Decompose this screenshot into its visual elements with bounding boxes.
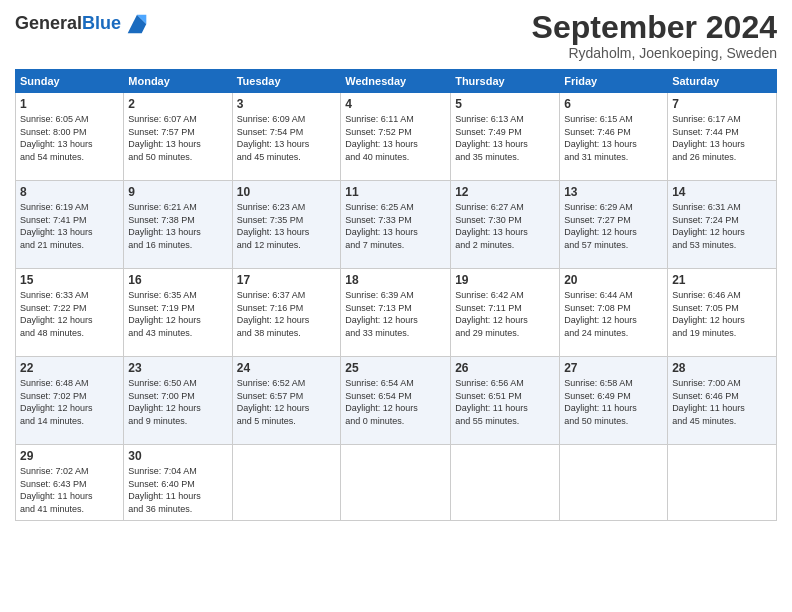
day-number: 18 [345,273,446,287]
col-tuesday: Tuesday [232,70,341,93]
day-number: 16 [128,273,227,287]
calendar-cell: 25Sunrise: 6:54 AMSunset: 6:54 PMDayligh… [341,357,451,445]
calendar-cell: 20Sunrise: 6:44 AMSunset: 7:08 PMDayligh… [560,269,668,357]
calendar-cell: 4Sunrise: 6:11 AMSunset: 7:52 PMDaylight… [341,93,451,181]
month-title: September 2024 [532,10,777,45]
day-info: Sunrise: 6:52 AMSunset: 6:57 PMDaylight:… [237,377,337,427]
day-info: Sunrise: 6:42 AMSunset: 7:11 PMDaylight:… [455,289,555,339]
day-number: 9 [128,185,227,199]
day-number: 27 [564,361,663,375]
day-number: 26 [455,361,555,375]
calendar-cell: 9Sunrise: 6:21 AMSunset: 7:38 PMDaylight… [124,181,232,269]
day-number: 22 [20,361,119,375]
day-info: Sunrise: 6:09 AMSunset: 7:54 PMDaylight:… [237,113,337,163]
calendar-cell: 26Sunrise: 6:56 AMSunset: 6:51 PMDayligh… [451,357,560,445]
day-info: Sunrise: 6:11 AMSunset: 7:52 PMDaylight:… [345,113,446,163]
day-number: 14 [672,185,772,199]
day-number: 8 [20,185,119,199]
col-monday: Monday [124,70,232,93]
day-number: 1 [20,97,119,111]
calendar-cell: 30Sunrise: 7:04 AMSunset: 6:40 PMDayligh… [124,445,232,520]
day-number: 13 [564,185,663,199]
day-number: 24 [237,361,337,375]
logo-blue: Blue [82,13,121,33]
calendar-cell: 28Sunrise: 7:00 AMSunset: 6:46 PMDayligh… [668,357,777,445]
day-info: Sunrise: 6:29 AMSunset: 7:27 PMDaylight:… [564,201,663,251]
day-number: 5 [455,97,555,111]
day-info: Sunrise: 6:39 AMSunset: 7:13 PMDaylight:… [345,289,446,339]
day-info: Sunrise: 6:15 AMSunset: 7:46 PMDaylight:… [564,113,663,163]
calendar-table: Sunday Monday Tuesday Wednesday Thursday… [15,69,777,520]
day-info: Sunrise: 6:07 AMSunset: 7:57 PMDaylight:… [128,113,227,163]
day-info: Sunrise: 6:17 AMSunset: 7:44 PMDaylight:… [672,113,772,163]
calendar-cell: 1Sunrise: 6:05 AMSunset: 8:00 PMDaylight… [16,93,124,181]
day-info: Sunrise: 6:37 AMSunset: 7:16 PMDaylight:… [237,289,337,339]
day-info: Sunrise: 6:33 AMSunset: 7:22 PMDaylight:… [20,289,119,339]
calendar-cell [451,445,560,520]
logo-text: GeneralBlue [15,14,121,34]
day-number: 21 [672,273,772,287]
calendar-cell: 21Sunrise: 6:46 AMSunset: 7:05 PMDayligh… [668,269,777,357]
day-number: 3 [237,97,337,111]
calendar-cell: 3Sunrise: 6:09 AMSunset: 7:54 PMDaylight… [232,93,341,181]
day-number: 25 [345,361,446,375]
calendar-cell: 17Sunrise: 6:37 AMSunset: 7:16 PMDayligh… [232,269,341,357]
day-info: Sunrise: 6:27 AMSunset: 7:30 PMDaylight:… [455,201,555,251]
day-info: Sunrise: 7:00 AMSunset: 6:46 PMDaylight:… [672,377,772,427]
calendar-cell: 19Sunrise: 6:42 AMSunset: 7:11 PMDayligh… [451,269,560,357]
day-info: Sunrise: 6:13 AMSunset: 7:49 PMDaylight:… [455,113,555,163]
logo-icon [123,10,151,38]
col-wednesday: Wednesday [341,70,451,93]
day-number: 6 [564,97,663,111]
calendar-cell: 7Sunrise: 6:17 AMSunset: 7:44 PMDaylight… [668,93,777,181]
title-block: September 2024 Rydaholm, Joenkoeping, Sw… [532,10,777,61]
day-info: Sunrise: 6:23 AMSunset: 7:35 PMDaylight:… [237,201,337,251]
calendar-cell: 16Sunrise: 6:35 AMSunset: 7:19 PMDayligh… [124,269,232,357]
calendar-cell: 8Sunrise: 6:19 AMSunset: 7:41 PMDaylight… [16,181,124,269]
day-number: 28 [672,361,772,375]
day-info: Sunrise: 6:50 AMSunset: 7:00 PMDaylight:… [128,377,227,427]
logo-general: General [15,13,82,33]
day-info: Sunrise: 6:35 AMSunset: 7:19 PMDaylight:… [128,289,227,339]
day-info: Sunrise: 6:56 AMSunset: 6:51 PMDaylight:… [455,377,555,427]
calendar-cell: 14Sunrise: 6:31 AMSunset: 7:24 PMDayligh… [668,181,777,269]
day-info: Sunrise: 7:02 AMSunset: 6:43 PMDaylight:… [20,465,119,515]
day-number: 10 [237,185,337,199]
day-info: Sunrise: 6:44 AMSunset: 7:08 PMDaylight:… [564,289,663,339]
calendar-cell: 10Sunrise: 6:23 AMSunset: 7:35 PMDayligh… [232,181,341,269]
col-thursday: Thursday [451,70,560,93]
day-number: 15 [20,273,119,287]
col-sunday: Sunday [16,70,124,93]
day-info: Sunrise: 6:21 AMSunset: 7:38 PMDaylight:… [128,201,227,251]
calendar-week-row: 8Sunrise: 6:19 AMSunset: 7:41 PMDaylight… [16,181,777,269]
calendar-cell [341,445,451,520]
calendar-cell: 23Sunrise: 6:50 AMSunset: 7:00 PMDayligh… [124,357,232,445]
day-info: Sunrise: 6:48 AMSunset: 7:02 PMDaylight:… [20,377,119,427]
calendar-cell [668,445,777,520]
calendar-cell [232,445,341,520]
day-info: Sunrise: 6:25 AMSunset: 7:33 PMDaylight:… [345,201,446,251]
calendar-cell: 24Sunrise: 6:52 AMSunset: 6:57 PMDayligh… [232,357,341,445]
day-number: 4 [345,97,446,111]
day-info: Sunrise: 6:58 AMSunset: 6:49 PMDaylight:… [564,377,663,427]
calendar-cell: 29Sunrise: 7:02 AMSunset: 6:43 PMDayligh… [16,445,124,520]
day-info: Sunrise: 6:46 AMSunset: 7:05 PMDaylight:… [672,289,772,339]
calendar-cell: 5Sunrise: 6:13 AMSunset: 7:49 PMDaylight… [451,93,560,181]
day-number: 7 [672,97,772,111]
day-info: Sunrise: 6:05 AMSunset: 8:00 PMDaylight:… [20,113,119,163]
col-saturday: Saturday [668,70,777,93]
day-number: 29 [20,449,119,463]
day-number: 20 [564,273,663,287]
calendar-cell [560,445,668,520]
day-info: Sunrise: 6:31 AMSunset: 7:24 PMDaylight:… [672,201,772,251]
day-info: Sunrise: 7:04 AMSunset: 6:40 PMDaylight:… [128,465,227,515]
day-number: 17 [237,273,337,287]
day-info: Sunrise: 6:19 AMSunset: 7:41 PMDaylight:… [20,201,119,251]
calendar-cell: 11Sunrise: 6:25 AMSunset: 7:33 PMDayligh… [341,181,451,269]
calendar-header-row: Sunday Monday Tuesday Wednesday Thursday… [16,70,777,93]
calendar-cell: 13Sunrise: 6:29 AMSunset: 7:27 PMDayligh… [560,181,668,269]
calendar-week-row: 15Sunrise: 6:33 AMSunset: 7:22 PMDayligh… [16,269,777,357]
page: GeneralBlue September 2024 Rydaholm, Joe… [0,0,792,612]
calendar-week-row: 22Sunrise: 6:48 AMSunset: 7:02 PMDayligh… [16,357,777,445]
col-friday: Friday [560,70,668,93]
